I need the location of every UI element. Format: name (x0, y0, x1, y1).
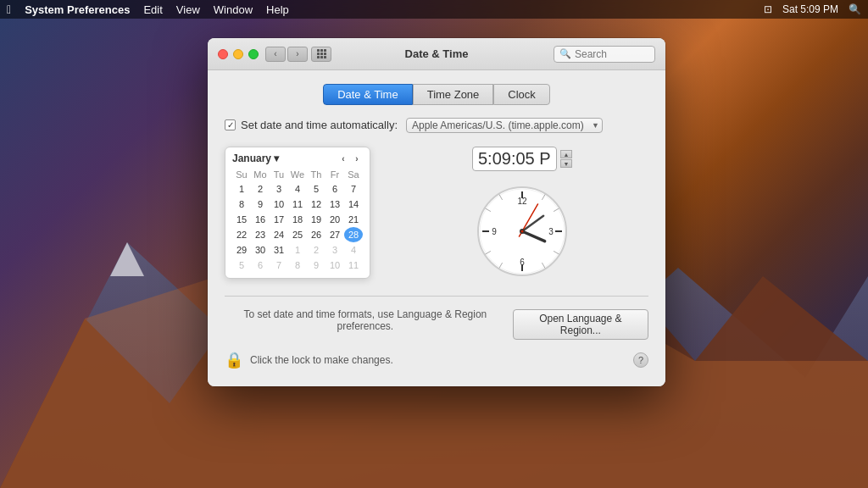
search-input[interactable] (575, 48, 643, 60)
bottom-bar: To set date and time formats, use Langua… (225, 296, 648, 369)
calendar-day[interactable]: 2 (251, 181, 270, 197)
col-mon: Mo (251, 168, 270, 181)
tab-bar: Date & Time Time Zone Clock (225, 84, 648, 105)
checkbox-checkmark: ✓ (227, 120, 234, 130)
forward-button[interactable]: › (287, 47, 308, 62)
maximize-button[interactable] (248, 49, 259, 59)
lock-icon[interactable]: 🔒 (225, 351, 243, 369)
spotlight-icon[interactable]: 🔍 (849, 3, 861, 15)
calendar-day[interactable]: 21 (344, 212, 363, 227)
calendar-day[interactable]: 7 (270, 258, 288, 273)
month-selector[interactable]: January ▾ (232, 152, 279, 164)
calendar-day[interactable]: 6 (326, 181, 344, 197)
grid-view-button[interactable] (311, 47, 331, 62)
month-year-label: January ▾ (232, 152, 279, 164)
svg-text:3: 3 (548, 227, 554, 236)
time-display-row: ▲ ▼ (472, 147, 572, 171)
back-button[interactable]: ‹ (265, 47, 286, 62)
main-panels: January ▾ ‹ › Su Mo Tu (225, 147, 648, 279)
tab-date-time[interactable]: Date & Time (323, 84, 413, 105)
calendar-day[interactable]: 20 (326, 212, 344, 227)
calendar-day[interactable]: 4 (288, 181, 307, 197)
analog-clock: 12 6 9 3 (476, 185, 569, 278)
calendar-day[interactable]: 8 (288, 258, 307, 273)
calendar-day[interactable]: 24 (270, 227, 288, 242)
svg-point-29 (521, 230, 524, 233)
bottom-actions: 🔒 Click the lock to make changes. ? (225, 351, 648, 369)
calendar-week-row: 891011121314 (232, 197, 363, 212)
calendar-day[interactable]: 10 (326, 258, 344, 273)
search-icon: 🔍 (559, 48, 571, 59)
auto-checkbox[interactable]: ✓ (225, 119, 236, 130)
calendar-day[interactable]: 25 (288, 227, 307, 242)
calendar-day[interactable]: 2 (307, 242, 326, 258)
calendar-day[interactable]: 14 (344, 197, 363, 212)
help-button[interactable]: ? (633, 352, 648, 368)
datetime-display: Sat 5:09 PM (782, 3, 838, 15)
calendar-day[interactable]: 9 (251, 197, 270, 212)
open-language-region-button[interactable]: Open Language & Region... (513, 309, 648, 340)
calendar-day[interactable]: 29 (232, 242, 251, 258)
calendar-day[interactable]: 17 (270, 212, 288, 227)
calendar-header-row: Su Mo Tu We Th Fr Sa (232, 168, 363, 181)
calendar-day[interactable]: 30 (251, 242, 270, 258)
svg-text:12: 12 (517, 197, 527, 206)
col-sat: Sa (344, 168, 363, 181)
grid-icon (317, 49, 326, 58)
calendar-day[interactable]: 26 (307, 227, 326, 242)
server-dropdown[interactable]: Apple Americas/U.S. (time.apple.com) (406, 118, 603, 133)
time-input[interactable] (472, 147, 557, 171)
calendar-day[interactable]: 23 (251, 227, 270, 242)
auto-label: Set date and time automatically: (241, 119, 398, 131)
calendar-day[interactable]: 27 (326, 227, 344, 242)
menu-help[interactable]: Help (266, 3, 289, 16)
time-decrement-button[interactable]: ▼ (560, 159, 572, 168)
calendar-day[interactable]: 11 (344, 258, 363, 273)
menu-window[interactable]: Window (214, 3, 253, 16)
calendar-week-row: 2930311234 (232, 242, 363, 258)
close-button[interactable] (218, 49, 228, 59)
calendar-day[interactable]: 18 (288, 212, 307, 227)
tab-time-zone[interactable]: Time Zone (413, 84, 494, 105)
calendar-week-row: 15161718192021 (232, 212, 363, 227)
calendar-day[interactable]: 19 (307, 212, 326, 227)
calendar-day[interactable]: 31 (270, 242, 288, 258)
calendar-day[interactable]: 7 (344, 181, 363, 197)
month-nav: ‹ › (337, 152, 363, 164)
tab-clock[interactable]: Clock (493, 84, 550, 105)
calendar-day[interactable]: 3 (270, 181, 288, 197)
col-tue: Tu (270, 168, 288, 181)
calendar-day[interactable]: 10 (270, 197, 288, 212)
calendar-day[interactable]: 1 (288, 242, 307, 258)
col-sun: Su (232, 168, 251, 181)
calendar-day[interactable]: 15 (232, 212, 251, 227)
apple-menu[interactable]:  (7, 3, 11, 16)
calendar-day[interactable]: 9 (307, 258, 326, 273)
time-increment-button[interactable]: ▲ (560, 150, 572, 158)
nav-buttons: ‹ › (265, 47, 308, 62)
calendar-day[interactable]: 1 (232, 181, 251, 197)
search-box[interactable]: 🔍 (554, 46, 655, 63)
calendar-day[interactable]: 5 (232, 258, 251, 273)
calendar-day[interactable]: 28 (344, 227, 363, 242)
calendar-day[interactable]: 16 (251, 212, 270, 227)
app-name[interactable]: System Preferences (25, 3, 130, 16)
calendar-day[interactable]: 13 (326, 197, 344, 212)
menu-edit[interactable]: Edit (143, 3, 162, 16)
minimize-button[interactable] (233, 49, 243, 59)
col-wed: We (288, 168, 307, 181)
calendar-day[interactable]: 6 (251, 258, 270, 273)
next-month-button[interactable]: › (351, 152, 363, 164)
date-time-window: ‹ › Date & Time 🔍 Date & Time Time Zone … (208, 38, 665, 386)
calendar-day[interactable]: 8 (232, 197, 251, 212)
calendar-day[interactable]: 22 (232, 227, 251, 242)
col-fri: Fr (326, 168, 344, 181)
calendar-day[interactable]: 5 (307, 181, 326, 197)
calendar-day[interactable]: 11 (288, 197, 307, 212)
menu-view[interactable]: View (176, 3, 200, 16)
calendar-day[interactable]: 3 (326, 242, 344, 258)
calendar-day[interactable]: 12 (307, 197, 326, 212)
prev-month-button[interactable]: ‹ (337, 152, 349, 164)
calendar-day[interactable]: 4 (344, 242, 363, 258)
lock-label: Click the lock to make changes. (250, 354, 393, 366)
